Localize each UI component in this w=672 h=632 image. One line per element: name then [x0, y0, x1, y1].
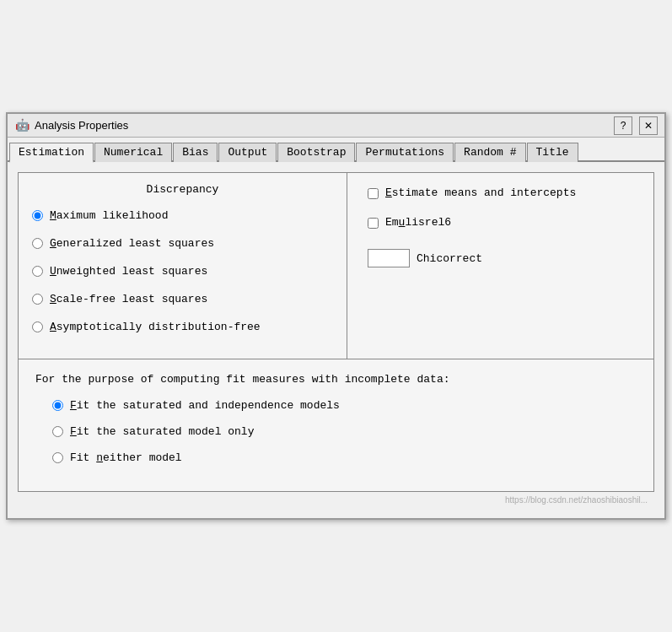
- radio-saturated-independence[interactable]: [52, 400, 63, 411]
- estimate-means-row: Estimate means and intercepts: [368, 186, 633, 199]
- underline-f2: F: [70, 425, 77, 438]
- window-title: Analysis Properties: [35, 119, 128, 132]
- radio-label-generalized-least-squares[interactable]: Generalized least squares: [50, 237, 214, 250]
- radio-option-unweighted-least-squares: Unweighted least squares: [32, 265, 333, 278]
- app-icon: 🤖: [14, 118, 30, 133]
- radio-label-scale-free[interactable]: Scale-free least squares: [50, 293, 207, 305]
- estimate-means-label[interactable]: Estimate means and intercepts: [385, 186, 576, 199]
- panel-bottom: For the purpose of computing fit measure…: [19, 359, 653, 491]
- radio-scale-free[interactable]: [32, 294, 43, 305]
- chicorrect-label: Chicorrect: [417, 252, 482, 265]
- radio-saturated-only[interactable]: [52, 426, 63, 437]
- tab-numerical[interactable]: Numerical: [94, 143, 172, 162]
- chicorrect-row: Chicorrect: [368, 249, 633, 267]
- tab-bootstrap[interactable]: Bootstrap: [277, 143, 355, 162]
- radio-maximum-likelihood[interactable]: [32, 210, 43, 221]
- fit-model-group: Fit the saturated and independence model…: [52, 399, 637, 464]
- radio-label-saturated-independence[interactable]: Fit the saturated and independence model…: [70, 399, 340, 412]
- tab-random[interactable]: Random #: [454, 143, 525, 162]
- tab-output[interactable]: Output: [218, 143, 277, 162]
- radio-option-scale-free: Scale-free least squares: [32, 293, 333, 305]
- discrepancy-section: Discrepancy Maximum likelihood Generaliz…: [19, 173, 347, 359]
- tab-title[interactable]: Title: [527, 143, 578, 162]
- title-bar-controls: ? ✕: [614, 116, 658, 135]
- tab-permutations[interactable]: Permutations: [356, 143, 454, 162]
- discrepancy-title: Discrepancy: [32, 183, 333, 196]
- underline-e: E: [385, 186, 392, 199]
- chicorrect-input[interactable]: [368, 249, 410, 267]
- title-bar: 🤖 Analysis Properties ? ✕: [8, 114, 664, 138]
- purpose-text: For the purpose of computing fit measure…: [35, 373, 637, 386]
- radio-fit-neither[interactable]: [52, 452, 63, 463]
- close-button[interactable]: ✕: [639, 116, 658, 135]
- emulisrel-checkbox[interactable]: [368, 218, 379, 229]
- underline-u: U: [50, 265, 56, 278]
- radio-unweighted-least-squares[interactable]: [32, 266, 43, 277]
- underline-s: S: [50, 293, 56, 305]
- tab-bias[interactable]: Bias: [173, 143, 218, 162]
- underline-a: A: [50, 321, 56, 333]
- radio-option-generalized-least-squares: Generalized least squares: [32, 237, 333, 250]
- emulisrel-row: Emulisrel6: [368, 216, 633, 229]
- underline-g: G: [50, 237, 56, 250]
- radio-label-maximum-likelihood[interactable]: Maximum likelihood: [50, 209, 168, 222]
- radio-fit-saturated-independence: Fit the saturated and independence model…: [52, 399, 637, 412]
- title-bar-left: 🤖 Analysis Properties: [14, 118, 128, 133]
- right-options-section: Estimate means and intercepts Emulisrel6…: [347, 173, 653, 359]
- estimate-means-checkbox[interactable]: [368, 188, 379, 199]
- radio-option-asymptotically-free: Asymptotically distribution-free: [32, 321, 333, 333]
- radio-asymptotically-free[interactable]: [32, 321, 43, 332]
- underline-m: M: [50, 209, 56, 222]
- radio-label-asymptotically-free[interactable]: Asymptotically distribution-free: [50, 321, 261, 333]
- radio-generalized-least-squares[interactable]: [32, 238, 43, 249]
- main-panel: Discrepancy Maximum likelihood Generaliz…: [18, 172, 654, 492]
- emulisrel-label[interactable]: Emulisrel6: [385, 216, 451, 229]
- radio-label-fit-neither[interactable]: Fit neither model: [70, 451, 182, 464]
- radio-label-saturated-only[interactable]: Fit the saturated model only: [70, 425, 254, 438]
- radio-fit-saturated-only: Fit the saturated model only: [52, 425, 637, 438]
- underline-n: n: [96, 451, 103, 464]
- underline-f1: F: [70, 399, 77, 412]
- tab-bar: Estimation Numerical Bias Output Bootstr…: [8, 138, 664, 162]
- watermark: https://blog.csdn.net/zhaoshibiaoshil...: [18, 492, 654, 508]
- help-button[interactable]: ?: [614, 116, 632, 135]
- radio-option-maximum-likelihood: Maximum likelihood: [32, 209, 333, 222]
- radio-fit-neither: Fit neither model: [52, 451, 637, 464]
- tab-estimation[interactable]: Estimation: [9, 143, 94, 163]
- radio-label-unweighted-least-squares[interactable]: Unweighted least squares: [50, 265, 207, 278]
- analysis-properties-window: 🤖 Analysis Properties ? ✕ Estimation Num…: [6, 112, 666, 520]
- content-area: Discrepancy Maximum likelihood Generaliz…: [8, 162, 664, 518]
- underline-ul: u: [399, 216, 406, 229]
- panel-top: Discrepancy Maximum likelihood Generaliz…: [19, 173, 653, 359]
